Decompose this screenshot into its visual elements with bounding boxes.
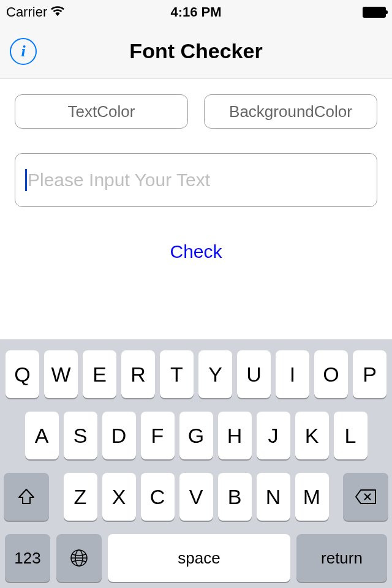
key-j[interactable]: J <box>257 412 290 459</box>
key-v[interactable]: V <box>179 473 213 521</box>
key-m[interactable]: M <box>295 473 329 521</box>
content-area: TextColor BackgroundColor Please Input Y… <box>0 78 392 278</box>
backspace-key[interactable] <box>343 473 388 521</box>
page-title: Font Checker <box>129 39 262 63</box>
key-y[interactable]: Y <box>198 350 232 398</box>
key-r[interactable]: R <box>121 350 155 398</box>
text-color-button[interactable]: TextColor <box>15 94 188 129</box>
nav-bar: i Font Checker <box>0 24 392 78</box>
text-input[interactable]: Please Input Your Text <box>15 153 377 207</box>
key-c[interactable]: C <box>141 473 175 521</box>
key-u[interactable]: U <box>237 350 271 398</box>
key-l[interactable]: L <box>334 412 368 459</box>
input-placeholder: Please Input Your Text <box>28 170 210 190</box>
key-q[interactable]: Q <box>6 350 39 398</box>
numbers-key[interactable]: 123 <box>5 534 50 582</box>
key-g[interactable]: G <box>179 412 213 459</box>
text-cursor <box>25 169 27 191</box>
carrier-label: Carrier <box>6 4 47 20</box>
key-t[interactable]: T <box>160 350 194 398</box>
keyboard-row-3: ZXCVBNM <box>4 473 388 521</box>
keyboard-row-2: ASDFGHJKL <box>4 412 388 459</box>
keyboard-row-1: QWERTYUIOP <box>4 350 388 398</box>
keyboard: QWERTYUIOP ASDFGHJKL ZXCVBNM 123 space r… <box>0 339 392 588</box>
key-b[interactable]: B <box>218 473 252 521</box>
shift-key[interactable] <box>4 473 49 521</box>
key-k[interactable]: K <box>295 412 329 459</box>
battery-icon <box>363 7 386 18</box>
check-button[interactable]: Check <box>15 241 377 262</box>
time-label: 4:16 PM <box>170 4 221 20</box>
key-d[interactable]: D <box>102 412 136 459</box>
background-color-button[interactable]: BackgroundColor <box>204 94 377 129</box>
key-e[interactable]: E <box>83 350 116 398</box>
key-n[interactable]: N <box>257 473 290 521</box>
key-z[interactable]: Z <box>64 473 97 521</box>
return-key[interactable]: return <box>296 534 387 582</box>
key-h[interactable]: H <box>218 412 252 459</box>
wifi-icon <box>51 4 64 20</box>
key-o[interactable]: O <box>314 350 348 398</box>
key-w[interactable]: W <box>44 350 78 398</box>
info-icon: i <box>21 42 25 61</box>
globe-key[interactable] <box>56 534 102 582</box>
space-key[interactable]: space <box>108 534 290 582</box>
key-s[interactable]: S <box>64 412 97 459</box>
key-f[interactable]: F <box>141 412 175 459</box>
key-i[interactable]: I <box>276 350 309 398</box>
keyboard-row-4: 123 space return <box>4 534 388 584</box>
key-x[interactable]: X <box>102 473 136 521</box>
key-a[interactable]: A <box>25 412 59 459</box>
info-button[interactable]: i <box>10 38 37 65</box>
key-p[interactable]: P <box>353 350 386 398</box>
status-bar: Carrier 4:16 PM <box>0 0 392 24</box>
